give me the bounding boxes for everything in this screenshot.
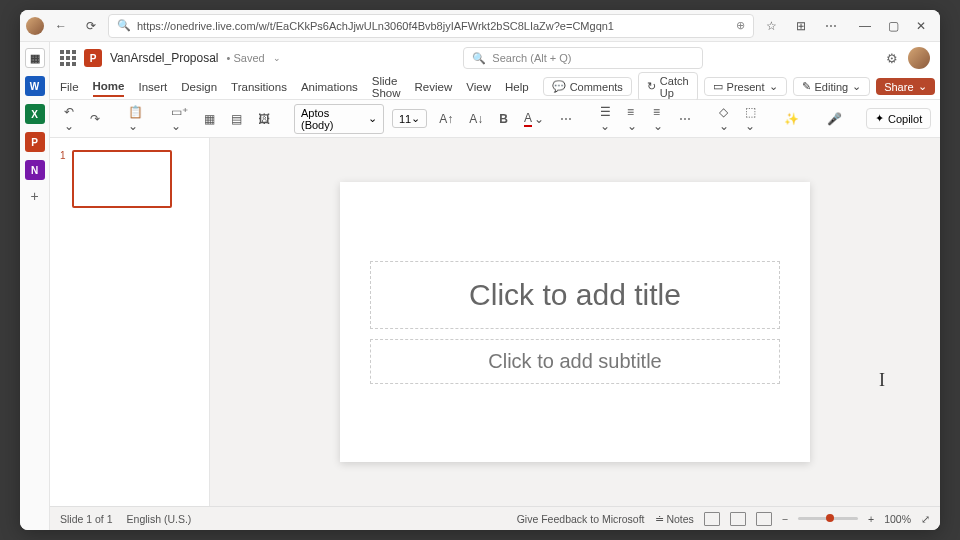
present-button[interactable]: ▭ Present ⌄ (704, 77, 787, 96)
comments-button[interactable]: 💬 Comments (543, 77, 632, 96)
rail-onenote-icon[interactable]: N (25, 160, 45, 180)
tab-insert[interactable]: Insert (138, 81, 167, 93)
app-launcher-icon[interactable] (60, 50, 76, 66)
rail-word-icon[interactable]: W (25, 76, 45, 96)
maximize-button[interactable]: ▢ (880, 13, 906, 39)
decrease-font-button[interactable]: A↓ (465, 109, 487, 129)
catchup-button[interactable]: ↻ Catch Up (638, 72, 698, 102)
back-button[interactable]: ← (48, 13, 74, 39)
grid-button[interactable]: ▤ (227, 109, 246, 129)
search-box[interactable]: 🔍 Search (Alt + Q) (463, 47, 703, 69)
app-side-rail: ▦ W X P N + (20, 42, 50, 530)
reading-view-icon[interactable] (756, 512, 772, 526)
save-status: • Saved (227, 52, 265, 64)
minimize-button[interactable]: — (852, 13, 878, 39)
favorites-icon[interactable]: ☆ (758, 13, 784, 39)
language-status[interactable]: English (U.S.) (127, 513, 192, 525)
font-color-button[interactable]: A ⌄ (520, 108, 548, 130)
bullets-button[interactable]: ☰ ⌄ (596, 102, 615, 136)
app-window: ← ⟳ 🔍 https://onedrive.live.com/w/t/EaCK… (20, 10, 940, 530)
normal-view-icon[interactable] (704, 512, 720, 526)
paste-button[interactable]: 📋 ⌄ (124, 102, 147, 136)
font-size-select[interactable]: 11⌄ (392, 109, 427, 128)
feedback-link[interactable]: Give Feedback to Microsoft (517, 513, 645, 525)
fit-to-window-icon[interactable]: ⤢ (921, 513, 930, 525)
more-font-button[interactable]: ⋯ (556, 109, 576, 129)
browser-toolbar: ← ⟳ 🔍 https://onedrive.live.com/w/t/EaCK… (20, 10, 940, 42)
subtitle-placeholder[interactable]: Click to add subtitle (370, 339, 780, 384)
tab-review[interactable]: Review (415, 81, 453, 93)
settings-icon[interactable]: ⚙ (886, 51, 898, 66)
shapes-button[interactable]: ◇ ⌄ (715, 102, 733, 136)
copilot-button[interactable]: ✦ Copilot (866, 108, 931, 129)
slide-canvas-area[interactable]: Click to add title Click to add subtitle… (210, 138, 940, 506)
profile-avatar[interactable] (26, 17, 44, 35)
site-settings-icon[interactable]: ⊕ (736, 19, 745, 32)
sorter-view-icon[interactable] (730, 512, 746, 526)
lock-icon: 🔍 (117, 19, 131, 32)
tab-design[interactable]: Design (181, 81, 217, 93)
editing-mode-button[interactable]: ✎ Editing ⌄ (793, 77, 871, 96)
tab-view[interactable]: View (466, 81, 491, 93)
browser-menu-icon[interactable]: ⋯ (818, 13, 844, 39)
app-content: P VanArsdel_Proposal • Saved ⌄ 🔍 Search … (50, 42, 940, 530)
thumbnail-preview[interactable] (72, 150, 172, 208)
zoom-out-button[interactable]: − (782, 513, 788, 525)
collections-icon[interactable]: ⊞ (788, 13, 814, 39)
numbering-button[interactable]: ≡ ⌄ (623, 102, 641, 136)
photo-button[interactable]: 🖼 (254, 109, 274, 129)
status-bar: Slide 1 of 1 English (U.S.) Give Feedbac… (50, 506, 940, 530)
tab-help[interactable]: Help (505, 81, 529, 93)
rail-powerpoint-icon[interactable]: P (25, 132, 45, 152)
slide-thumbnail-pane[interactable]: 1 (50, 138, 210, 506)
rail-excel-icon[interactable]: X (25, 104, 45, 124)
share-button[interactable]: Share ⌄ (876, 78, 934, 95)
tab-home[interactable]: Home (93, 80, 125, 97)
document-title[interactable]: VanArsdel_Proposal (110, 51, 219, 65)
address-bar[interactable]: 🔍 https://onedrive.live.com/w/t/EaCKkPs6… (108, 14, 754, 38)
rail-add-icon[interactable]: + (30, 188, 38, 204)
search-icon: 🔍 (472, 52, 486, 65)
new-slide-button[interactable]: ▭⁺ ⌄ (167, 102, 192, 136)
app-header: P VanArsdel_Proposal • Saved ⌄ 🔍 Search … (50, 42, 940, 74)
tab-transitions[interactable]: Transitions (231, 81, 287, 93)
zoom-level[interactable]: 100% (884, 513, 911, 525)
ribbon-toolbar: ↶ ⌄ ↷ 📋 ⌄ ▭⁺ ⌄ ▦ ▤ 🖼 Aptos (Body)⌄ 11⌄ A… (50, 100, 940, 138)
align-button[interactable]: ≡ ⌄ (649, 102, 667, 136)
text-cursor-icon: I (879, 370, 885, 391)
zoom-slider[interactable] (798, 517, 858, 520)
tab-animations[interactable]: Animations (301, 81, 358, 93)
rail-home-icon[interactable]: ▦ (25, 48, 45, 68)
ribbon-tabs: File Home Insert Design Transitions Anim… (50, 74, 940, 100)
more-para-button[interactable]: ⋯ (675, 109, 695, 129)
zoom-in-button[interactable]: + (868, 513, 874, 525)
designer-button[interactable]: ✨ (780, 109, 803, 129)
slide-canvas[interactable]: Click to add title Click to add subtitle (340, 182, 810, 462)
tab-file[interactable]: File (60, 81, 79, 93)
slide-thumbnail[interactable]: 1 (60, 150, 199, 208)
editor-workspace: 1 Click to add title Click to add subtit… (50, 138, 940, 506)
tab-slideshow[interactable]: Slide Show (372, 75, 401, 99)
close-button[interactable]: ✕ (908, 13, 934, 39)
user-avatar[interactable] (908, 47, 930, 69)
refresh-button[interactable]: ⟳ (78, 13, 104, 39)
powerpoint-icon: P (84, 49, 102, 67)
bold-button[interactable]: B (495, 109, 512, 129)
layout-button[interactable]: ▦ (200, 109, 219, 129)
title-dropdown-icon[interactable]: ⌄ (273, 53, 281, 63)
thumbnail-number: 1 (60, 150, 66, 208)
title-placeholder[interactable]: Click to add title (370, 261, 780, 329)
redo-button[interactable]: ↷ (86, 109, 104, 129)
notes-toggle[interactable]: ≐ Notes (655, 513, 694, 525)
dictate-button[interactable]: 🎤 (823, 109, 846, 129)
url-text: https://onedrive.live.com/w/t/EaCKkPs6Ac… (137, 20, 730, 32)
arrange-button[interactable]: ⬚ ⌄ (741, 102, 760, 136)
undo-button[interactable]: ↶ ⌄ (60, 102, 78, 136)
slide-counter[interactable]: Slide 1 of 1 (60, 513, 113, 525)
font-family-select[interactable]: Aptos (Body)⌄ (294, 104, 384, 134)
addins-button[interactable]: ▦ (939, 109, 940, 129)
search-placeholder: Search (Alt + Q) (492, 52, 571, 64)
increase-font-button[interactable]: A↑ (435, 109, 457, 129)
